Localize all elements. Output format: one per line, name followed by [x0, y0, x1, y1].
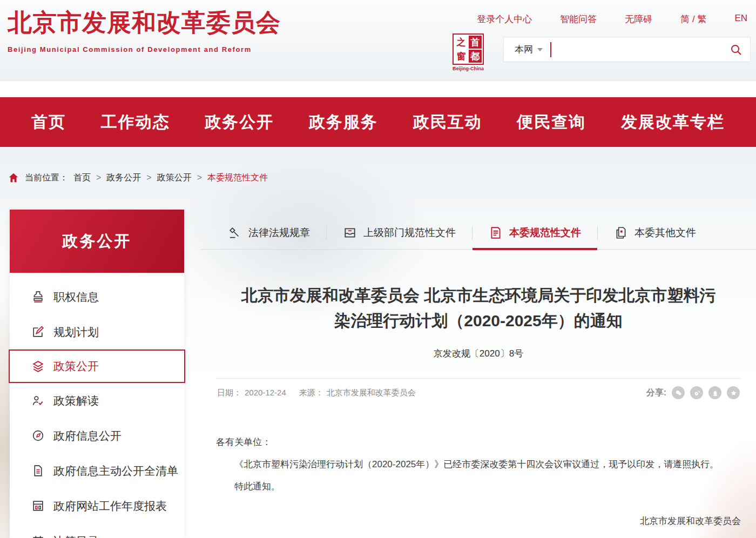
sidebar-item-proactive-disclosure-list[interactable]: 政府信息主动公开全清单 — [10, 453, 184, 488]
layers-icon — [31, 360, 45, 373]
inbox-icon — [343, 226, 357, 240]
signature: 北京市发展和改革委员会 — [216, 510, 741, 533]
document-tabs: 法律法规规章 上级部门规范性文件 本委规范性文件 — [201, 216, 756, 250]
nav-item-gov-services[interactable]: 政务服务 — [309, 111, 378, 133]
tab-laws-regulations[interactable]: 法律法规规章 — [212, 216, 326, 249]
nav-item-interaction[interactable]: 政民互动 — [413, 111, 482, 133]
sidebar-item-label: 政府信息主动公开全清单 — [53, 463, 178, 479]
annual-report-icon — [31, 499, 45, 513]
breadcrumb-separator: > — [146, 173, 151, 183]
tab-superior-normative-documents[interactable]: 上级部门规范性文件 — [327, 216, 472, 249]
person-check-icon — [31, 394, 45, 407]
article-title: 北京市发展和改革委员会 北京市生态环境局关于印发北京市塑料污染治理行动计划（20… — [234, 283, 723, 333]
seal-char: 首 — [469, 36, 482, 49]
top-link-accessibility[interactable]: 无障碍 — [625, 13, 652, 25]
sidebar-item-label: 规划计划 — [53, 325, 99, 340]
seal-caption: Beijing-China — [451, 66, 485, 71]
sidebar-item-label: 政府信息公开 — [53, 428, 122, 443]
chevron-down-icon — [537, 48, 543, 51]
document-list-icon — [31, 464, 45, 478]
tab-committee-normative-documents[interactable]: 本委规范性文件 — [473, 216, 597, 249]
breadcrumb-item-policy-disclosure[interactable]: 政策公开 — [157, 172, 192, 184]
nav-item-reform-column[interactable]: 发展改革专栏 — [621, 111, 725, 133]
site-logo[interactable]: 北京市发展和改革委员会 Beijing Municipal Commission… — [8, 6, 281, 53]
sidebar-item-policy-interpretation[interactable]: 政策解读 — [10, 383, 184, 418]
tab-label: 法律法规规章 — [248, 226, 310, 240]
sidebar-title: 政务公开 — [10, 210, 184, 273]
stamp-icon — [31, 290, 45, 304]
top-link-login[interactable]: 登录个人中心 — [477, 13, 532, 25]
salutation: 各有关单位： — [216, 432, 741, 454]
date-value: 2020-12-24 — [245, 388, 286, 397]
nav-item-gov-disclosure[interactable]: 政务公开 — [205, 111, 274, 133]
sidebar-item-label: 职权信息 — [53, 290, 99, 305]
breadcrumb-item-home[interactable]: 首页 — [73, 172, 91, 184]
home-icon[interactable] — [8, 172, 19, 184]
sidebar-item-decision-catalog[interactable]: 决策目录 — [10, 523, 184, 538]
top-header: 北京市发展和改革委员会 Beijing Municipal Commission… — [0, 0, 756, 81]
search-input[interactable] — [551, 37, 722, 62]
article-meta: 日期：2020-12-24来源：北京市发展和改革委员会 分享: — [216, 379, 741, 407]
breadcrumb-item-current[interactable]: 本委规范性文件 — [207, 172, 268, 184]
capital-window-seal-logo[interactable]: 之 首 窗 都 Beijing-China — [451, 33, 485, 71]
compass-icon — [31, 429, 45, 442]
sidebar-item-policy-disclosure[interactable]: 政策公开 — [9, 349, 185, 383]
tab-label: 本委其他文件 — [634, 226, 696, 240]
paragraph: 特此通知。 — [216, 476, 741, 498]
weibo-icon[interactable] — [690, 386, 703, 399]
breadcrumb-separator: > — [197, 173, 202, 183]
sidebar-item-website-annual-report[interactable]: 政府网站工作年度报表 — [10, 488, 184, 523]
sidebar-item-authority-info[interactable]: 职权信息 — [10, 279, 184, 314]
star-icon[interactable] — [727, 386, 740, 399]
red-document-icon — [489, 226, 503, 240]
share-label: 分享: — [646, 387, 666, 399]
sidebar-item-gov-info-disclosure[interactable]: 政府信息公开 — [10, 418, 184, 453]
nav-item-home[interactable]: 首页 — [31, 111, 66, 133]
top-link-english[interactable]: EN — [734, 13, 747, 25]
sidebar-item-label: 政策解读 — [53, 393, 99, 408]
nav-item-convenient-query[interactable]: 便民查询 — [517, 111, 586, 133]
breadcrumb: 当前位置： 首页 > 政务公开 > 政策公开 > 本委规范性文件 — [8, 172, 268, 184]
tab-committee-other-documents[interactable]: 本委其他文件 — [598, 216, 712, 249]
search-button[interactable] — [722, 43, 750, 56]
decision-calendar-icon — [31, 534, 45, 538]
sidebar: 政务公开 职权信息 规划计划 政策公开 — [10, 210, 184, 538]
document-number: 京发改规〔2020〕8号 — [216, 347, 741, 360]
top-link-smart-qa[interactable]: 智能问答 — [560, 13, 597, 25]
tab-label: 本委规范性文件 — [509, 226, 581, 240]
sidebar-list: 职权信息 规划计划 政策公开 政策解读 — [10, 273, 184, 538]
tab-label: 上级部门规范性文件 — [363, 226, 456, 240]
date-label: 日期： — [217, 388, 241, 397]
seal-char: 都 — [469, 50, 482, 63]
top-links: 登录个人中心 智能问答 无障碍 简 / 繁 EN — [477, 13, 747, 25]
share-bar: 分享: — [646, 386, 740, 399]
breadcrumb-label: 当前位置： — [25, 172, 68, 184]
main-content: 法律法规规章 上级部门规范性文件 本委规范性文件 — [201, 216, 756, 533]
page: 北京市发展和改革委员会 Beijing Municipal Commission… — [0, 0, 756, 538]
sidebar-item-plans[interactable]: 规划计划 — [10, 314, 184, 349]
source-label: 来源： — [299, 388, 323, 397]
breadcrumb-separator: > — [96, 173, 101, 183]
gavel-icon — [228, 226, 242, 240]
search-scope-dropdown[interactable]: 本网 — [504, 43, 550, 56]
sidebar-item-label: 决策目录 — [53, 534, 99, 538]
seal-char: 窗 — [455, 50, 468, 63]
wechat-icon[interactable] — [672, 386, 685, 399]
paragraph: 《北京市塑料污染治理行动计划（2020-2025年）》已经市委深改委第十四次会议… — [216, 454, 741, 476]
qq-icon[interactable] — [708, 386, 721, 399]
main-nav: 首页 工作动态 政务公开 政务服务 政民互动 便民查询 发展改革专栏 — [0, 97, 756, 147]
nav-item-work-news[interactable]: 工作动态 — [101, 111, 170, 133]
article: 北京市发展和改革委员会 北京市生态环境局关于印发北京市塑料污染治理行动计划（20… — [201, 250, 756, 533]
sidebar-item-label: 政府网站工作年度报表 — [53, 499, 167, 514]
copy-pages-icon — [614, 226, 628, 240]
seal-char: 之 — [455, 36, 468, 49]
source-value: 北京市发展和改革委员会 — [327, 388, 416, 397]
breadcrumb-item-gov-disclosure[interactable]: 政务公开 — [106, 172, 141, 184]
search-bar: 本网 — [503, 37, 751, 62]
seal-grid: 之 首 窗 都 — [453, 33, 484, 65]
search-scope-label: 本网 — [515, 43, 533, 56]
article-meta-left: 日期：2020-12-24来源：北京市发展和改革委员会 — [217, 388, 419, 398]
site-subtitle: Beijing Municipal Commission of Developm… — [8, 45, 281, 53]
top-link-simplified-traditional[interactable]: 简 / 繁 — [680, 13, 706, 25]
article-body: 各有关单位： 《北京市塑料污染治理行动计划（2020-2025年）》已经市委深改… — [216, 432, 741, 533]
